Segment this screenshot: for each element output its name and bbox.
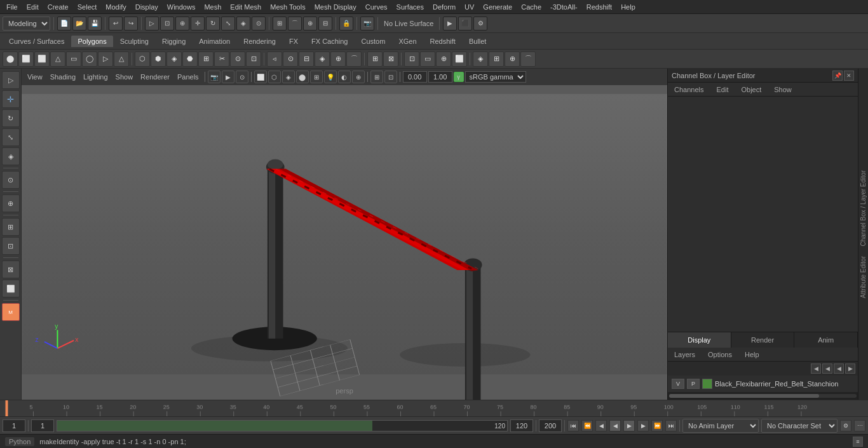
layer-tab-anim[interactable]: Anim [794,332,858,348]
wrap-btn[interactable]: ⌒ [520,51,536,67]
tab-custom[interactable]: Custom [355,36,392,47]
channel-box-pin-btn[interactable]: 📌 [832,71,843,81]
cb-tab-edit[interactable]: Edit [712,85,732,95]
cylinder-btn[interactable]: ⬜ [34,51,50,67]
tab-animation[interactable]: Animation [193,36,236,47]
layer-subtab-options[interactable]: Options [704,350,736,360]
vp-light-btn[interactable]: 💡 [324,71,337,83]
play-fwd-btn[interactable]: ▶ [623,420,635,431]
prism-btn[interactable]: ▷ [98,51,113,67]
vp-shadow-btn[interactable]: ◐ [338,71,351,83]
tab-curves-surfaces[interactable]: Curves / Surfaces [3,36,71,47]
separate-btn[interactable]: ⊠ [383,51,398,67]
mirror-btn[interactable]: ⊡ [246,51,261,67]
go-end-btn[interactable]: ⏭ [665,420,677,431]
paint-tool-btn[interactable]: ⊕ [175,17,189,31]
layer-add2-btn[interactable]: ◀ [822,363,832,374]
lattice-btn[interactable]: ⊞ [489,51,504,67]
tab-polygons[interactable]: Polygons [71,36,112,47]
target-weld-btn[interactable]: ⊙ [230,51,245,67]
layer-visibility-btn[interactable]: V [672,379,684,389]
camera-btn[interactable]: 📷 [360,17,374,31]
tab-rendering[interactable]: Rendering [237,36,282,47]
menu-cache[interactable]: Cache [517,2,545,12]
python-label[interactable]: Python [5,437,34,446]
marquee-select[interactable]: ⬜ [2,280,20,297]
pyramid-btn[interactable]: △ [114,51,129,67]
layer-subtab-layers[interactable]: Layers [670,350,699,360]
select-tool[interactable]: ▷ [2,71,20,89]
layer-color-swatch[interactable] [702,379,712,389]
anim-settings-btn[interactable]: ⚙ [840,420,851,431]
channel-box-close-btn[interactable]: ✕ [844,71,854,81]
vp-shaded-btn[interactable]: ⬤ [296,71,309,83]
exposure-input[interactable] [428,71,452,83]
character-set-select[interactable]: No Character Set [761,419,837,433]
unfold-btn[interactable]: ⊡ [404,51,419,67]
script-editor-icon[interactable]: ≡ [853,437,863,447]
menu-uv[interactable]: UV [461,2,478,12]
gamma-input[interactable] [403,71,427,83]
frame-start-input[interactable] [31,419,54,432]
channel-box-tab[interactable]: Channel Box / Layer Editor [858,165,868,252]
menu-modify[interactable]: Modify [102,2,130,12]
ipr-btn[interactable]: ⬛ [458,17,472,31]
next-key-btn[interactable]: ⏩ [651,420,663,431]
next-frame-btn[interactable]: ▶ [637,420,649,431]
anim-layer-select[interactable]: No Anim Layer [682,419,759,433]
vp-render-btn[interactable]: ▶ [222,71,234,83]
menu-file[interactable]: File [3,2,22,12]
viewport[interactable]: View Shading Lighting Show Renderer Pane… [22,69,667,400]
vp-ao-btn[interactable]: ⊕ [352,71,365,83]
menu-mesh[interactable]: Mesh [200,2,225,12]
vp-menu-shading[interactable]: Shading [47,72,79,82]
planar-btn[interactable]: ▭ [420,51,435,67]
plane-btn[interactable]: ▭ [66,51,81,67]
layer-subtab-help[interactable]: Help [741,350,763,360]
menu-display[interactable]: Display [132,2,162,12]
save-file-btn[interactable]: 💾 [88,17,102,31]
layer-settings-btn[interactable]: ◀ [834,363,844,374]
uv-btn[interactable]: ⊕ [436,51,451,67]
extrude-btn[interactable]: ⬡ [135,51,150,67]
range-slider[interactable]: 120 [57,420,508,431]
render-settings-btn[interactable]: ⚙ [473,17,487,31]
soft-select[interactable]: ⊙ [2,171,20,189]
vp-menu-panels[interactable]: Panels [174,72,202,82]
vp-wire-btn[interactable]: ⬜ [254,71,267,83]
menu-windows[interactable]: Windows [163,2,200,12]
snap-curve-btn[interactable]: ⌒ [288,17,302,31]
menu-edit[interactable]: Edit [23,2,43,12]
mode-selector[interactable]: Modeling [3,17,50,31]
cb-tab-channels[interactable]: Channels [670,85,707,95]
snap-grid-btn[interactable]: ⊞ [273,17,287,31]
play-back-btn[interactable]: ◀ [609,420,621,431]
prev-frame-btn[interactable]: ◀ [595,420,607,431]
menu-generate[interactable]: Generate [479,2,516,12]
soft-mod-btn[interactable]: ⊙ [252,17,266,31]
menu-select[interactable]: Select [74,2,101,12]
attribute-editor-tab[interactable]: Attribute Editor [858,251,868,303]
vp-flat-btn[interactable]: ◈ [282,71,295,83]
anim-extra-btn[interactable]: ⋯ [854,420,865,431]
quad-draw-btn[interactable]: ⊕ [330,51,346,67]
vp-grid-btn[interactable]: ⊞ [370,71,383,83]
sphere-btn[interactable]: ⬤ [3,51,18,67]
retopo-btn[interactable]: ◈ [315,51,330,67]
multi-cut-btn[interactable]: ✂ [214,51,229,67]
torus-btn[interactable]: ◯ [82,51,97,67]
render-btn[interactable]: ▶ [443,17,457,31]
menu-create[interactable]: Create [44,2,72,12]
snap-align[interactable]: ⊡ [2,237,20,255]
tab-redshift[interactable]: Redshift [424,36,462,47]
vp-hud-btn[interactable]: ⊡ [384,71,397,83]
reduce-btn[interactable]: ⊟ [299,51,314,67]
gamma-icon[interactable]: γ [454,72,464,82]
move-tool[interactable]: ✛ [2,90,20,108]
bridge-btn[interactable]: ⬢ [151,51,166,67]
new-file-btn[interactable]: 📄 [57,17,71,31]
show-manip[interactable]: ⊕ [2,194,20,212]
open-file-btn[interactable]: 📂 [72,17,86,31]
lasso-select[interactable]: ⊠ [2,261,20,278]
cb-tab-show[interactable]: Show [770,85,796,95]
